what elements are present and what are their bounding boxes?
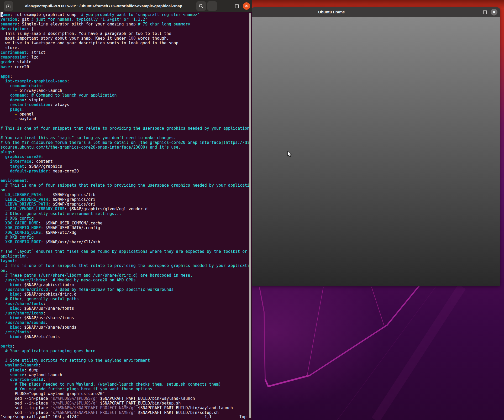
vim-scroll-position: Top [239,414,246,419]
desktop: { "desktop": { "colors": { "wallpaper_re… [0,0,504,420]
vim-cursor-position: 1,1 [204,414,212,419]
vim-editor[interactable]: name: iot-example-graphical-snap # you p… [0,12,252,420]
terminal-scrollbar[interactable] [249,13,251,418]
terminal-window: alan@octopull-PROX15-20: ~/ubuntu-frame/… [0,0,252,420]
terminal-window-title: alan@octopull-PROX15-20: ~/ubuntu-frame/… [12,0,196,12]
close-icon[interactable]: ✕ [491,9,497,15]
minimize-icon[interactable] [473,12,477,12]
mouse-cursor [287,151,292,158]
terminal-titlebar[interactable]: alan@octopull-PROX15-20: ~/ubuntu-frame/… [0,0,252,12]
maximize-icon[interactable] [483,10,487,14]
menu-button[interactable] [207,1,217,11]
ubuntu-frame-titlebar[interactable]: Ubuntu Frame ✕ [251,7,500,17]
ubuntu-frame-title: Ubuntu Frame [318,7,345,17]
minimize-icon[interactable] [222,6,227,6]
ubuntu-frame-window: Ubuntu Frame ✕ [251,7,500,286]
vim-statusline: "snap/snapcraft.yaml" 105L, 4124C 1,1 To… [0,414,252,419]
search-button[interactable] [196,1,206,11]
vim-buffer: name: iot-example-graphical-snap # you p… [0,12,252,415]
maximize-icon[interactable] [235,4,239,8]
close-icon[interactable]: ✕ [243,2,250,10]
vim-file-info: "snap/snapcraft.yaml" 105L, 4124C [1,414,79,419]
